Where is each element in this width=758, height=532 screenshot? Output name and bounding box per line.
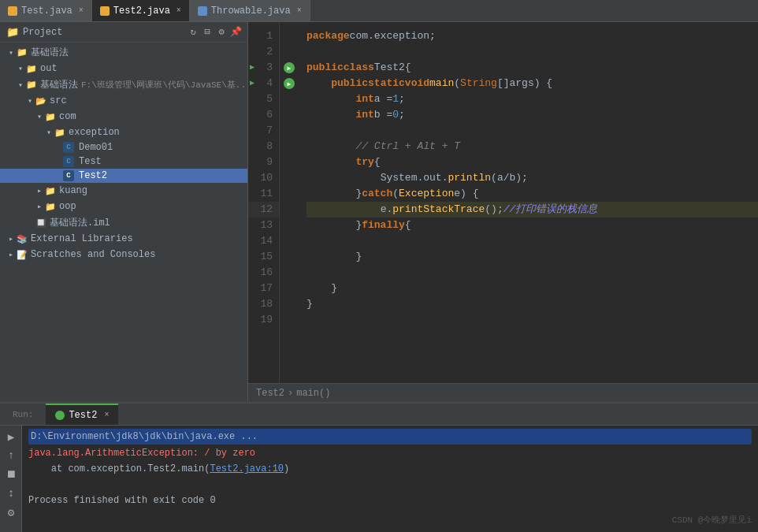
tab-throwable-java[interactable]: Throwable.java ×: [190, 0, 310, 21]
stop-button[interactable]: ⏹: [3, 467, 19, 482]
tree-label: External Libraries: [31, 233, 133, 244]
console-line-2: java.lang.ArithmeticException: / by zero: [28, 446, 752, 460]
tab-label: Throwable.java: [211, 6, 291, 17]
line-num-12: 12: [248, 202, 279, 218]
code-line-6: int b = 0;: [307, 107, 758, 123]
line-num-15: 15: [248, 249, 279, 265]
tab-test-java[interactable]: Test.java ×: [0, 0, 92, 21]
run-ind-2: [280, 44, 299, 60]
line-num-14: 14: [248, 233, 279, 249]
code-line-9: try {: [307, 154, 758, 170]
bottom-tab-close[interactable]: ×: [104, 411, 109, 419]
tree-item-jichufa-src[interactable]: 📁 基础语法 F:\班级管理\网课班\代码\JavaSE\基...: [0, 76, 247, 93]
run-ind-9: [280, 154, 299, 170]
code-line-15: }: [307, 249, 758, 265]
tree-item-oop[interactable]: 📁 oop: [0, 199, 247, 214]
run-ind-4[interactable]: ▶: [280, 76, 299, 91]
run-ind-12: [280, 202, 299, 218]
folder-icon: 📁: [54, 126, 66, 139]
src-icon: 📂: [35, 95, 47, 107]
run-ind-3[interactable]: ▶: [280, 60, 299, 76]
run-button-4[interactable]: ▶: [284, 78, 295, 89]
folder-icon: 📁: [25, 79, 38, 91]
settings-icon[interactable]: ⚙: [216, 27, 227, 38]
run-ind-16: [280, 265, 299, 281]
main-area: 📁 Project ↻ ⊟ ⚙ 📌 📁 基础语法 📁 out: [0, 22, 758, 402]
project-tree: 📁 基础语法 📁 out 📁 基础语法 F:\班级管理\网课班\代码\JavaS…: [0, 43, 247, 402]
tree-item-kuang[interactable]: 📁 kuang: [0, 183, 247, 199]
tab-test2-java[interactable]: Test2.java ×: [92, 0, 190, 21]
tree-label: oop: [59, 201, 76, 212]
tree-arrow: [16, 80, 25, 90]
run-text: Run:: [13, 410, 33, 419]
keyword: public: [307, 60, 344, 76]
java-class-icon: C: [63, 156, 74, 167]
run-again-button[interactable]: ▶: [3, 429, 19, 445]
breadcrumb-test2[interactable]: Test2: [256, 388, 284, 399]
tab-close-icon[interactable]: ×: [176, 6, 181, 15]
breadcrumb: Test2 › main(): [248, 383, 758, 402]
code-line-17: }: [307, 281, 758, 296]
tree-item-iml[interactable]: 🔲 基础语法.iml: [0, 214, 247, 231]
code-line-18: }: [307, 296, 758, 312]
scroll-to-end-button[interactable]: ↕: [3, 485, 19, 501]
tree-arrow: [16, 64, 25, 73]
tree-item-scratches[interactable]: 📝 Scratches and Consoles: [0, 247, 247, 262]
run-gutter: ▶ ▶: [280, 22, 299, 383]
line-num-6: 6: [248, 107, 279, 123]
settings-button[interactable]: ⚙: [3, 504, 19, 520]
run-ind-15: [280, 249, 299, 265]
console-link[interactable]: Test2.java:10: [210, 463, 284, 474]
code-line-4: public static void main(String[] args) {: [307, 76, 758, 91]
breadcrumb-sep: ›: [288, 388, 293, 399]
run-ind-5: [280, 91, 299, 107]
sync-icon[interactable]: ↻: [188, 27, 199, 38]
code-line-12: e.printStackTrace(); //打印错误的栈信息: [307, 202, 758, 218]
line-num-19: 19: [248, 312, 279, 328]
line-num-1: 1: [248, 28, 279, 44]
code-line-3: public class Test2 {: [307, 60, 758, 76]
tree-item-exception[interactable]: 📁 exception: [0, 125, 247, 140]
code-line-19: [307, 312, 758, 328]
collapse-icon[interactable]: ⊟: [202, 27, 213, 38]
tree-arrow: [35, 202, 44, 211]
line-num-16: 16: [248, 265, 279, 281]
tree-arrow: [35, 186, 44, 195]
console-line-4: [28, 478, 752, 492]
console-area: ▶ ↑ ⏹ ↕ ⚙ D:\Environment\jdk8\jdk\bin\ja…: [0, 426, 758, 532]
pin-icon[interactable]: 📌: [230, 27, 241, 38]
folder-icon: 📁: [44, 200, 57, 213]
tree-label: out: [40, 63, 58, 74]
tab-close-icon[interactable]: ×: [297, 6, 302, 15]
tree-item-src[interactable]: 📂 src: [0, 93, 247, 109]
tree-item-test2[interactable]: C Test2: [0, 169, 247, 183]
tree-path: F:\班级管理\网课班\代码\JavaSE\基...: [81, 79, 247, 91]
console-line-5: Process finished with exit code 0: [28, 493, 752, 508]
tree-item-out[interactable]: 📁 out: [0, 61, 247, 76]
sidebar-header-icons: ↻ ⊟ ⚙ 📌: [188, 27, 241, 38]
code-line-14: [307, 233, 758, 249]
breadcrumb-main[interactable]: main(): [296, 388, 330, 399]
tab-close-icon[interactable]: ×: [79, 6, 84, 15]
console-toolbar: ▶ ↑ ⏹ ↕ ⚙: [0, 426, 22, 532]
sidebar-folder-icon: 📁: [6, 26, 19, 39]
tree-label: src: [50, 95, 67, 106]
scratch-icon: 📝: [16, 248, 28, 261]
run-ind-1: [280, 28, 299, 44]
tree-item-external-libs[interactable]: 📚 External Libraries: [0, 231, 247, 247]
line-num-13: 13: [248, 218, 279, 233]
tree-item-com[interactable]: 📁 com: [0, 109, 247, 125]
bottom-tab-label: Test2: [69, 410, 97, 421]
rerun-button[interactable]: ↑: [3, 448, 19, 463]
code-container: 1 2 3 4 5 6 7 8 9 10 11 12 13 14 15 16 1…: [248, 22, 758, 383]
bottom-tab-test2[interactable]: Test2 ×: [46, 404, 118, 425]
run-button-3[interactable]: ▶: [284, 62, 295, 73]
tab-label: Test2.java: [113, 6, 170, 17]
tree-item-test[interactable]: C Test: [0, 154, 247, 169]
code-lines[interactable]: package com.exception; public class Test…: [299, 22, 758, 383]
tree-item-demo01[interactable]: C Demo01: [0, 140, 247, 154]
line-num-9: 9: [248, 154, 279, 170]
tree-item-jichufa[interactable]: 📁 基础语法: [0, 44, 247, 61]
code-line-10: System.out.println(a/b);: [307, 170, 758, 186]
tree-arrow: [25, 96, 35, 106]
